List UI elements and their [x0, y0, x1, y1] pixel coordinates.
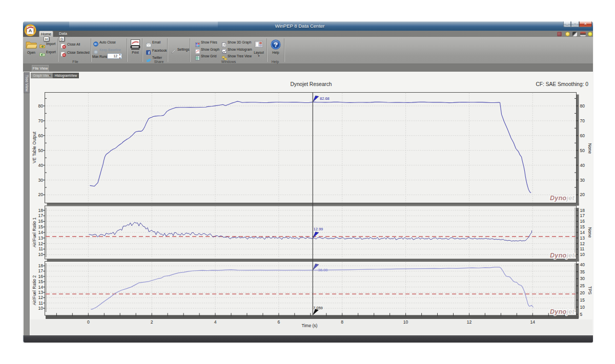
svg-text:14: 14: [38, 285, 44, 290]
svg-text:10: 10: [38, 306, 44, 311]
svg-text:16: 16: [38, 274, 44, 279]
svg-text:13: 13: [580, 235, 585, 241]
svg-text:18: 18: [38, 208, 44, 213]
svg-text:20: 20: [580, 290, 585, 295]
svg-text:6: 6: [278, 319, 280, 325]
svg-text:5: 5: [580, 312, 583, 317]
svg-text:13: 13: [38, 290, 44, 295]
svg-text:17: 17: [38, 213, 44, 218]
svg-text:36.08: 36.08: [318, 268, 328, 272]
svg-text:8: 8: [341, 319, 343, 325]
svg-text:40: 40: [580, 262, 585, 267]
svg-text:Dynojet: Dynojet: [550, 252, 575, 259]
svg-text:14: 14: [580, 230, 585, 235]
svg-text:30: 30: [580, 178, 585, 183]
svg-text:50: 50: [580, 148, 585, 153]
svg-text:14: 14: [530, 319, 536, 325]
svg-text:80: 80: [580, 103, 585, 109]
svg-text:Air/Fuel Ratio 2: Air/Fuel Ratio 2: [32, 275, 37, 305]
svg-text:15: 15: [580, 224, 585, 229]
svg-text:80: 80: [38, 103, 44, 109]
svg-text:12: 12: [38, 295, 44, 300]
svg-text:10: 10: [580, 252, 585, 257]
svg-text:10: 10: [38, 252, 44, 257]
svg-text:12: 12: [580, 241, 585, 246]
svg-text:A: A: [29, 28, 32, 33]
svg-text:None: None: [587, 227, 592, 238]
svg-text:60: 60: [580, 133, 585, 138]
svg-text:82.68: 82.68: [320, 96, 330, 101]
svg-text:Dynojet: Dynojet: [550, 308, 575, 315]
svg-text:20: 20: [38, 192, 44, 197]
svg-text:20: 20: [580, 192, 585, 197]
svg-text:CF: SAE Smoothing: 0: CF: SAE Smoothing: 0: [536, 81, 589, 87]
svg-text:TPS: TPS: [587, 286, 592, 295]
svg-text:VE Table Output: VE Table Output: [32, 131, 37, 163]
svg-text:None: None: [587, 143, 592, 154]
svg-text:14: 14: [38, 230, 44, 235]
svg-text:Air/Fuel Ratio 1: Air/Fuel Ratio 1: [32, 217, 37, 247]
svg-text:11: 11: [38, 246, 43, 251]
svg-text:40: 40: [580, 163, 585, 168]
svg-text:12: 12: [467, 319, 472, 325]
svg-text:70: 70: [580, 118, 585, 123]
svg-text:30: 30: [580, 276, 585, 281]
svg-text:15: 15: [580, 297, 585, 303]
svg-text:35: 35: [580, 269, 585, 274]
svg-text:16: 16: [38, 219, 44, 224]
svg-text:11: 11: [580, 246, 585, 251]
svg-text:70: 70: [38, 118, 44, 123]
svg-text:17: 17: [38, 268, 44, 273]
svg-text:30: 30: [38, 178, 44, 183]
svg-text:11: 11: [38, 301, 43, 306]
svg-text:2: 2: [151, 319, 153, 325]
svg-text:12: 12: [38, 241, 44, 246]
svg-text:40: 40: [38, 163, 44, 168]
svg-text:17: 17: [580, 213, 585, 218]
svg-text:50: 50: [38, 148, 44, 153]
svg-text:Dynojet Research: Dynojet Research: [291, 81, 332, 87]
svg-text:25: 25: [580, 283, 585, 288]
svg-text:10: 10: [580, 305, 585, 310]
svg-text:10: 10: [403, 319, 408, 325]
svg-text:12.99: 12.99: [314, 227, 323, 231]
svg-text:Dynojet: Dynojet: [550, 195, 575, 202]
svg-text:15: 15: [38, 279, 44, 284]
svg-text:15: 15: [38, 224, 44, 229]
svg-text:18: 18: [580, 208, 585, 213]
svg-text:16: 16: [580, 219, 585, 224]
svg-text:4: 4: [214, 319, 217, 325]
svg-text:60: 60: [38, 133, 44, 138]
svg-text:7.059: 7.059: [313, 306, 323, 310]
svg-text:18: 18: [38, 263, 44, 268]
svg-text:0: 0: [87, 319, 90, 325]
svg-text:Time (s): Time (s): [302, 323, 318, 328]
svg-text:13: 13: [38, 235, 44, 241]
